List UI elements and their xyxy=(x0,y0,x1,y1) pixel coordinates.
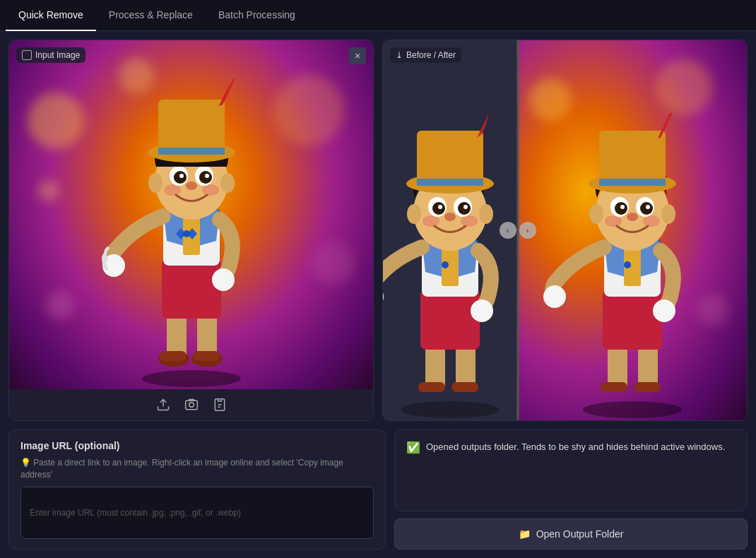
svg-point-88 xyxy=(646,205,650,209)
input-image-icon xyxy=(22,50,32,60)
svg-rect-94 xyxy=(599,179,666,186)
svg-point-76 xyxy=(624,261,631,268)
folder-icon: 📁 xyxy=(519,528,531,540)
svg-point-90 xyxy=(589,204,603,224)
pinocchio-original xyxy=(526,102,738,420)
svg-rect-4 xyxy=(160,351,187,361)
svg-point-81 xyxy=(605,215,622,227)
svg-point-0 xyxy=(142,370,241,387)
svg-point-17 xyxy=(164,184,181,196)
svg-rect-70 xyxy=(634,382,661,392)
svg-rect-41 xyxy=(451,382,478,392)
camera-icon[interactable] xyxy=(184,398,199,412)
close-button[interactable]: × xyxy=(349,47,366,64)
svg-rect-40 xyxy=(418,382,445,392)
svg-point-60 xyxy=(444,213,456,221)
bottom-row: Image URL (optional) 💡 Paste a direct li… xyxy=(8,429,748,550)
toolbar-icons xyxy=(9,389,373,420)
svg-point-77 xyxy=(543,285,566,308)
pinocchio-processed xyxy=(383,102,518,420)
svg-point-61 xyxy=(407,204,421,224)
svg-rect-29 xyxy=(158,100,225,155)
svg-rect-34 xyxy=(218,399,221,401)
left-arrow[interactable]: ‹ xyxy=(500,222,516,239)
svg-point-89 xyxy=(627,213,638,221)
url-input[interactable] xyxy=(20,487,374,539)
url-panel-title: Image URL (optional) xyxy=(20,440,374,451)
open-output-folder-button[interactable]: 📁 Open Output Folder xyxy=(394,518,748,550)
svg-point-18 xyxy=(202,184,219,196)
open-folder-label: Open Output Folder xyxy=(536,528,624,540)
split-right-original xyxy=(518,40,747,420)
svg-point-47 xyxy=(442,261,449,268)
tab-batch-processing[interactable]: Batch Processing xyxy=(206,0,308,31)
svg-point-12 xyxy=(183,230,190,237)
svg-point-37 xyxy=(401,401,500,418)
input-panel-label: Input Image xyxy=(16,47,85,63)
url-panel: Image URL (optional) 💡 Paste a direct li… xyxy=(8,429,386,550)
svg-point-49 xyxy=(471,299,493,322)
status-icon: ✅ xyxy=(406,441,420,454)
url-panel-hint: 💡 Paste a direct link to an image. Right… xyxy=(20,457,374,481)
svg-rect-93 xyxy=(599,131,666,186)
input-image-area xyxy=(9,40,373,389)
svg-rect-7 xyxy=(162,259,221,319)
svg-point-78 xyxy=(653,299,675,322)
svg-point-91 xyxy=(661,204,675,224)
upload-icon[interactable] xyxy=(156,398,170,412)
main-content: Input Image × xyxy=(0,31,756,558)
svg-point-59 xyxy=(463,205,468,209)
before-after-label: ⤓ Before / After xyxy=(390,47,461,63)
tab-quick-remove[interactable]: Quick Remove xyxy=(6,0,96,31)
svg-point-62 xyxy=(479,204,493,224)
split-left-processed xyxy=(383,40,518,420)
svg-point-25 xyxy=(186,182,197,190)
svg-point-32 xyxy=(189,403,194,408)
svg-rect-64 xyxy=(417,131,483,186)
status-text: Opened outputs folder. Tends to be shy a… xyxy=(426,440,725,454)
svg-rect-71 xyxy=(603,290,662,350)
pinocchio-figure xyxy=(100,71,283,389)
svg-rect-42 xyxy=(420,290,480,350)
split-handle[interactable]: ‹ › xyxy=(500,222,536,239)
svg-point-14 xyxy=(212,268,235,291)
svg-point-52 xyxy=(423,215,439,227)
svg-point-58 xyxy=(438,205,442,209)
processed-bg xyxy=(383,40,518,420)
svg-point-66 xyxy=(583,401,682,418)
svg-rect-6 xyxy=(193,351,220,361)
svg-point-27 xyxy=(220,173,235,193)
split-view: ‹ › xyxy=(383,40,747,420)
tab-bar: Quick Remove Process & Replace Batch Pro… xyxy=(0,0,756,31)
panels-row: Input Image × xyxy=(8,40,748,421)
svg-point-53 xyxy=(461,215,478,227)
input-panel: Input Image × xyxy=(8,40,374,421)
right-bottom: ✅ Opened outputs folder. Tends to be shy… xyxy=(394,429,748,550)
svg-rect-30 xyxy=(158,148,225,155)
status-panel: ✅ Opened outputs folder. Tends to be shy… xyxy=(394,429,748,511)
svg-point-23 xyxy=(179,174,184,178)
svg-point-87 xyxy=(620,205,625,209)
svg-point-26 xyxy=(148,173,163,193)
right-arrow[interactable]: › xyxy=(519,222,536,239)
tab-process-replace[interactable]: Process & Replace xyxy=(96,0,206,31)
svg-point-48 xyxy=(383,285,384,308)
svg-rect-69 xyxy=(601,382,627,392)
svg-rect-65 xyxy=(417,179,483,186)
svg-point-24 xyxy=(205,174,209,178)
svg-point-82 xyxy=(643,215,660,227)
clipboard-icon[interactable] xyxy=(213,398,227,412)
pinocchio-background xyxy=(9,40,373,389)
before-after-icon: ⤓ xyxy=(396,50,403,60)
before-after-panel: ⤓ Before / After xyxy=(382,40,748,421)
before-after-area: ‹ › xyxy=(383,40,747,420)
